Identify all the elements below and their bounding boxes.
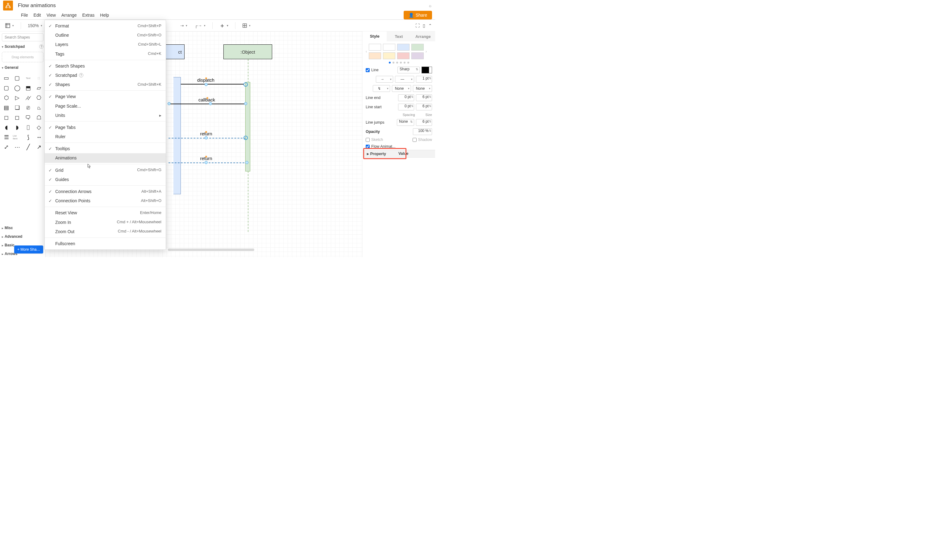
shape-para[interactable]: ▱ bbox=[35, 84, 43, 92]
share-button[interactable]: 👤 Share bbox=[404, 11, 432, 19]
help-icon[interactable]: ? bbox=[39, 45, 43, 49]
arrow-end-select[interactable]: → bbox=[376, 76, 393, 83]
line-enable-checkbox[interactable] bbox=[366, 68, 370, 72]
theme-toggle-icon[interactable]: ☼ bbox=[429, 3, 432, 8]
view-menu-shapes[interactable]: ShapesCmd+Shift+K bbox=[45, 80, 166, 89]
waypoint-style-button[interactable]: ┌→ bbox=[193, 22, 207, 29]
view-menu-connection-points[interactable]: Connection PointsAlt+Shift+O bbox=[45, 196, 166, 205]
shape-listitem[interactable]: List Item bbox=[13, 133, 22, 141]
shape-ellipse[interactable]: ◯ bbox=[13, 84, 22, 92]
shape-or[interactable]: ◖ bbox=[2, 123, 11, 131]
line-shape-select[interactable]: Sharp bbox=[398, 67, 420, 73]
view-menu-page-tabs[interactable]: Page Tabs bbox=[45, 123, 166, 132]
shape-rect[interactable]: ▭ bbox=[2, 74, 11, 82]
shape-text[interactable]: Text bbox=[24, 74, 33, 82]
tab-text[interactable]: Text bbox=[387, 31, 411, 42]
tab-arrange[interactable]: Arrange bbox=[411, 31, 435, 42]
swatch-3[interactable] bbox=[412, 44, 424, 51]
line-end-spacing[interactable]: 0 pt bbox=[398, 94, 414, 101]
advanced-header[interactable]: Advanced bbox=[2, 233, 43, 240]
shape-dotted[interactable]: ⋯ bbox=[13, 143, 22, 151]
shape-textbox[interactable]: ⬚ bbox=[35, 74, 43, 82]
view-menu-page-view[interactable]: Page View bbox=[45, 92, 166, 101]
shape-actor[interactable]: ☖ bbox=[35, 114, 43, 122]
menu-help[interactable]: Help bbox=[100, 13, 109, 18]
horizontal-scrollbar[interactable] bbox=[168, 249, 254, 251]
line-width-input[interactable]: 1 pt bbox=[416, 76, 432, 83]
shape-square[interactable]: ▢ bbox=[2, 84, 11, 92]
shape-trap[interactable]: ⏢ bbox=[35, 104, 43, 112]
swatch-0[interactable] bbox=[369, 44, 381, 51]
swatch-prev[interactable]: ‹ bbox=[366, 49, 367, 54]
view-menu-guides[interactable]: Guides bbox=[45, 175, 166, 184]
view-menu-tooltips[interactable]: Tooltips bbox=[45, 144, 166, 153]
view-menu-units[interactable]: Units bbox=[45, 111, 166, 120]
misc-header[interactable]: Misc bbox=[2, 225, 43, 231]
swatch-7[interactable] bbox=[412, 52, 424, 59]
view-menu-format[interactable]: FormatCmd+Shift+P bbox=[45, 21, 166, 31]
line-jumps-size[interactable]: 6 pt bbox=[416, 119, 432, 126]
view-menu-ruler[interactable]: Ruler bbox=[45, 132, 166, 141]
zoom-level[interactable]: 150% bbox=[26, 22, 44, 29]
waypoint-style-select[interactable]: ↯ bbox=[373, 85, 390, 92]
table-button[interactable] bbox=[240, 22, 253, 29]
shape-doc[interactable]: ⬒ bbox=[24, 84, 33, 92]
line-jumps-select[interactable]: None bbox=[397, 119, 414, 126]
swatch-next[interactable]: › bbox=[425, 49, 427, 54]
more-shapes-button[interactable]: + More Sha… bbox=[14, 245, 43, 254]
view-menu-search-shapes[interactable]: Search Shapes bbox=[45, 62, 166, 71]
shape-step[interactable]: ⎚ bbox=[24, 104, 33, 112]
line-start-spacing[interactable]: 0 pt bbox=[398, 104, 414, 111]
view-menu-animations[interactable]: Animations bbox=[45, 153, 166, 163]
shape-hex[interactable]: ⬡ bbox=[2, 94, 11, 102]
document-title[interactable]: Flow animations bbox=[18, 3, 56, 9]
shape-tri[interactable]: ▷ bbox=[13, 94, 22, 102]
view-menu-layers[interactable]: LayersCmd+Shift+L bbox=[45, 40, 166, 49]
flow-animation-checkbox[interactable] bbox=[366, 145, 370, 149]
diagram-object-1[interactable]: ct bbox=[165, 45, 185, 59]
sketch-checkbox[interactable] bbox=[366, 138, 370, 142]
line-end-arrow-select[interactable]: None bbox=[413, 85, 432, 92]
view-menu-zoom-out[interactable]: Zoom OutCmd - / Alt+Mousewheel bbox=[45, 227, 166, 236]
shadow-checkbox[interactable] bbox=[413, 138, 416, 142]
menu-view[interactable]: View bbox=[46, 13, 56, 18]
swatch-5[interactable] bbox=[383, 52, 395, 59]
diagram-object-2[interactable]: :Object bbox=[224, 45, 272, 59]
opacity-input[interactable]: 100 % bbox=[413, 128, 432, 135]
swatch-4[interactable] bbox=[369, 52, 381, 59]
swatch-1[interactable] bbox=[383, 44, 395, 51]
shape-line[interactable]: ╱ bbox=[24, 143, 33, 151]
shape-data[interactable]: ⌷ bbox=[24, 123, 33, 131]
shape-card[interactable]: ◻ bbox=[2, 114, 11, 122]
line-color-chip[interactable] bbox=[422, 67, 432, 73]
shape-curve[interactable]: ⟆ bbox=[24, 133, 33, 141]
insert-button[interactable]: ＋ bbox=[217, 21, 230, 30]
search-shapes-input[interactable]: Search Shapes bbox=[2, 33, 43, 42]
app-logo[interactable] bbox=[3, 1, 13, 11]
scratchpad-drop[interactable]: Drag elements bbox=[2, 52, 43, 62]
view-menu-reset-view[interactable]: Reset ViewEnter/Home bbox=[45, 208, 166, 217]
format-panel-icon[interactable]: ▯ bbox=[423, 23, 425, 28]
swatch-6[interactable] bbox=[397, 52, 410, 59]
menu-edit[interactable]: Edit bbox=[34, 13, 41, 18]
shape-roundrect[interactable]: ▢ bbox=[13, 74, 22, 82]
shape-cube[interactable]: ❏ bbox=[13, 104, 22, 112]
shape-cyl[interactable]: ⌭ bbox=[24, 94, 33, 102]
view-menu-connection-arrows[interactable]: Connection ArrowsAlt+Shift+A bbox=[45, 187, 166, 196]
view-menu-page-scale-[interactable]: Page Scale... bbox=[45, 102, 166, 111]
shape-callout[interactable]: 🗨 bbox=[24, 114, 33, 122]
shape-cloud[interactable]: ⎔ bbox=[35, 94, 43, 102]
fullscreen-icon[interactable]: ⛶ bbox=[415, 23, 420, 28]
page-view-button[interactable] bbox=[3, 22, 16, 29]
shape-process[interactable]: ▤ bbox=[2, 104, 11, 112]
menu-file[interactable]: File bbox=[21, 13, 28, 18]
menu-extras[interactable]: Extras bbox=[82, 13, 95, 18]
shape-list[interactable]: ☰ bbox=[2, 133, 11, 141]
tab-style[interactable]: Style bbox=[362, 31, 387, 42]
line-style-select[interactable]: — bbox=[395, 76, 414, 83]
scratchpad-header[interactable]: Scratchpad ? bbox=[2, 43, 43, 50]
general-header[interactable]: General bbox=[2, 64, 43, 71]
collapse-icon[interactable]: ⌃ bbox=[429, 23, 432, 28]
swatch-2[interactable] bbox=[397, 44, 410, 51]
view-menu-fullscreen[interactable]: Fullscreen bbox=[45, 239, 166, 248]
